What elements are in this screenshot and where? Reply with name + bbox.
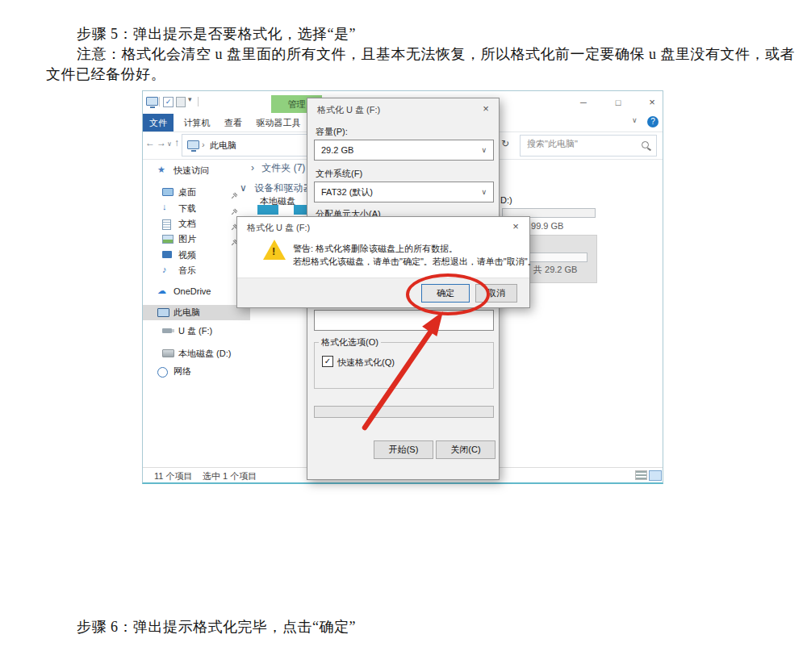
drive-d-tile-label[interactable]: D:): [500, 195, 512, 205]
sidebar-item-pictures[interactable]: 图片: [143, 232, 250, 247]
tab-computer[interactable]: 计算机: [178, 114, 215, 131]
usb-icon: [162, 328, 172, 333]
maximize-button[interactable]: □: [606, 96, 630, 109]
close-icon[interactable]: ×: [507, 219, 525, 234]
minimize-button[interactable]: ─: [571, 96, 596, 109]
recent-locations-icon[interactable]: ∨: [167, 140, 172, 148]
back-icon[interactable]: ←: [145, 137, 155, 148]
sidebar-item-local-disk-d[interactable]: 本地磁盘 (D:): [143, 346, 250, 361]
sidebar-item-quick-access[interactable]: ★ 快速访问: [143, 163, 250, 178]
details-view-icon[interactable]: [635, 470, 647, 480]
page: 步骤 5：弹出提示是否要格式化，选择“是” 注意：格式化会清空 u 盘里面的所有…: [0, 0, 807, 672]
note-line2: 文件已经备份好。: [46, 65, 165, 84]
capacity-label: 容量(P):: [316, 126, 348, 138]
close-button[interactable]: ×: [640, 96, 664, 109]
network-icon: [157, 367, 168, 378]
step5-text: 步骤 5：弹出提示是否要格式化，选择“是”: [77, 24, 356, 44]
statusbar-selected-count: 选中 1 个项目: [203, 470, 257, 482]
chevron-down-icon: ∨: [481, 182, 487, 202]
close-dialog-button[interactable]: 关闭(C): [436, 440, 495, 459]
sidebar-item-network[interactable]: 网络: [143, 364, 250, 379]
statusbar-item-count: 11 个项目: [154, 470, 192, 482]
divider: [198, 97, 199, 106]
format-progress-bar: [314, 406, 494, 418]
music-icon: ♪: [162, 265, 167, 274]
sidebar-item-downloads[interactable]: ↓ 下载: [143, 201, 250, 216]
sidebar-item-videos[interactable]: 视频: [143, 248, 250, 263]
warning-icon: !: [263, 240, 286, 260]
quick-format-label: 快速格式化(Q): [337, 357, 395, 369]
video-icon: [162, 251, 172, 258]
filesystem-label: 文件系统(F): [316, 168, 362, 180]
divider: [159, 97, 160, 106]
start-button[interactable]: 开始(S): [374, 440, 433, 459]
folders-group-header[interactable]: › 文件夹 (7): [251, 161, 305, 175]
filesystem-select[interactable]: FAT32 (默认) ∨: [314, 182, 494, 202]
sidebar-item-documents[interactable]: 文档: [143, 216, 250, 232]
tab-drive-tools[interactable]: 驱动器工具: [253, 114, 304, 131]
quick-format-checkbox[interactable]: ✓: [322, 356, 333, 367]
tab-view[interactable]: 查看: [219, 114, 248, 131]
note-line1: 注意：格式化会清空 u 盘里面的所有文件，且基本无法恢复，所以格式化前一定要确保…: [77, 44, 795, 64]
help-icon[interactable]: ?: [647, 116, 659, 127]
chevron-right-icon: ›: [251, 162, 254, 173]
search-icon: [642, 141, 649, 148]
step6-text: 步骤 6：弹出提示格式化完毕，点击“确定”: [77, 617, 356, 637]
pictures-icon: [162, 235, 174, 244]
refresh-icon[interactable]: ↻: [501, 138, 509, 149]
search-box[interactable]: [520, 135, 657, 157]
desktop-icon: [162, 188, 174, 196]
breadcrumb[interactable]: 此电脑: [210, 140, 236, 152]
format-dialog-title: 格式化 U 盘 (F:): [317, 104, 380, 116]
app-icon: [146, 97, 158, 106]
sidebar-item-onedrive[interactable]: ☁ OneDrive: [143, 284, 250, 299]
search-input[interactable]: [525, 138, 638, 149]
devices-group-header[interactable]: ∨ 设备和驱动器: [240, 182, 312, 195]
tab-file[interactable]: 文件: [143, 114, 174, 131]
sidebar-item-usb-drive[interactable]: U 盘 (F:): [143, 323, 250, 339]
format-options-label: 格式化选项(O): [319, 336, 381, 349]
chevron-down-icon: ∨: [481, 140, 487, 160]
warning-message-line2: 若想格式化该磁盘，请单击"确定"。若想退出，请单击"取消"。: [293, 256, 537, 268]
chevron-down-icon: ∨: [240, 182, 247, 194]
close-icon[interactable]: ×: [477, 102, 495, 116]
breadcrumb-separator: ›: [202, 140, 205, 149]
newfolder-qat-icon[interactable]: [176, 97, 186, 107]
properties-qat-icon[interactable]: ✓: [163, 97, 174, 107]
thumbnail-view-icon[interactable]: [649, 470, 662, 481]
drive-icon-fragment: [257, 205, 278, 215]
disk-icon: [162, 349, 174, 357]
cloud-icon: ☁: [157, 286, 166, 295]
capacity-select[interactable]: 29.2 GB ∨: [314, 140, 494, 161]
sidebar-item-desktop[interactable]: 桌面: [143, 185, 250, 200]
this-pc-icon: [187, 140, 199, 149]
star-icon: ★: [157, 165, 165, 174]
red-highlight-circle: [406, 273, 490, 315]
sidebar-item-this-pc[interactable]: 此电脑: [143, 305, 250, 320]
warning-message-line1: 警告: 格式化将删除该磁盘上的所有数据。: [293, 243, 458, 255]
up-icon[interactable]: ↑: [174, 137, 179, 148]
download-icon: ↓: [162, 202, 167, 211]
computer-icon: [157, 308, 169, 317]
sidebar-item-music[interactable]: ♪ 音乐: [143, 263, 250, 278]
qat-dropdown-icon[interactable]: ▾: [188, 95, 192, 103]
document-icon: [162, 219, 171, 230]
warning-dialog-title: 格式化 U 盘 (F:): [247, 222, 310, 234]
forward-icon[interactable]: →: [157, 137, 166, 148]
drive-f-capacity-text: 共 29.2 GB: [533, 264, 577, 276]
ribbon-collapse-icon[interactable]: ∨: [632, 116, 638, 124]
